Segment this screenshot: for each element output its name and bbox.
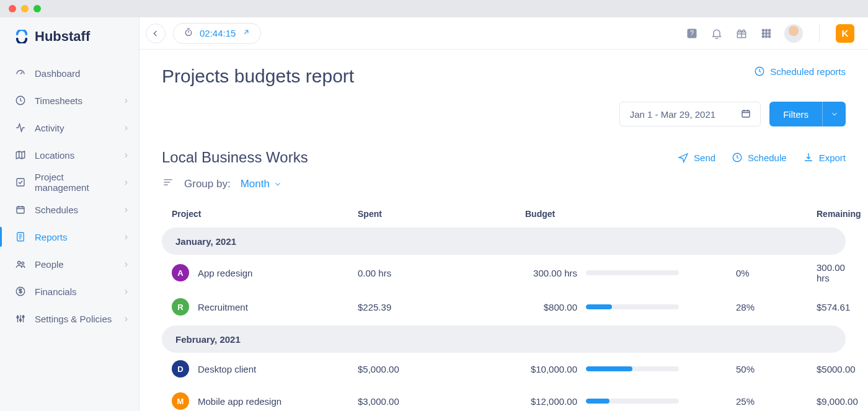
scheduled-reports-label: Scheduled reports	[770, 66, 846, 77]
sidebar-item-activity[interactable]: Activity›	[0, 114, 139, 141]
hubstaff-logo-icon	[15, 30, 29, 43]
spent-value: 0.00 hrs	[358, 268, 525, 278]
chevron-right-icon: ›	[125, 122, 128, 133]
col-remaining: Remaining	[817, 209, 861, 219]
apps-grid-icon[interactable]	[760, 27, 773, 40]
clock-icon	[15, 95, 26, 106]
sidebar-item-reports[interactable]: Reports›	[0, 223, 139, 250]
table-row[interactable]: MMobile app redesign$3,000.00$12,000.002…	[162, 385, 846, 411]
scheduled-reports-link[interactable]: Scheduled reports	[754, 66, 846, 77]
sidebar-item-financials[interactable]: Financials›	[0, 278, 139, 305]
percent-value: 0%	[736, 268, 817, 278]
sidebar-item-schedules[interactable]: Schedules›	[0, 196, 139, 223]
filters-label: Filters	[783, 109, 808, 120]
export-label: Export	[819, 152, 846, 163]
list-icon[interactable]	[162, 176, 174, 192]
send-label: Send	[694, 152, 715, 163]
calendar-icon	[15, 204, 26, 215]
svg-point-21	[765, 35, 767, 37]
window-close-icon[interactable]	[9, 5, 16, 12]
help-icon[interactable]: ?	[685, 27, 699, 40]
filters-button[interactable]: Filters	[769, 102, 846, 126]
progress-bar	[586, 366, 679, 371]
project-avatar: M	[172, 392, 189, 410]
section-title: Local Business Works	[162, 149, 308, 166]
sidebar-item-label: Locations	[35, 150, 74, 161]
window-maximize-icon[interactable]	[33, 5, 41, 12]
progress-bar	[586, 304, 679, 309]
sidebar-item-label: Activity	[35, 123, 64, 133]
group-by-value: Month	[241, 178, 270, 190]
svg-rect-1	[17, 179, 24, 186]
svg-point-18	[765, 32, 767, 34]
svg-point-16	[768, 29, 770, 31]
topbar-icons: ? K	[685, 24, 854, 43]
sidebar-item-people[interactable]: People›	[0, 250, 139, 278]
sidebar-item-label: People	[35, 259, 64, 270]
window-titlebar	[0, 0, 868, 17]
svg-point-5	[22, 262, 24, 265]
svg-rect-2	[17, 207, 24, 214]
brand-logo[interactable]: Hubstaff	[0, 26, 139, 56]
sidebar-item-project-management[interactable]: Project management›	[0, 169, 139, 196]
project-name: App redesign	[198, 268, 252, 278]
timer-value: 02:44:15	[200, 28, 236, 38]
svg-point-4	[18, 262, 21, 265]
spent-value: $225.39	[358, 302, 525, 312]
date-range-label: Jan 1 - Mar 29, 2021	[630, 109, 715, 120]
sidebar-item-dashboard[interactable]: Dashboard	[0, 60, 139, 87]
calendar-icon	[740, 108, 751, 121]
budget-value: 300.00 hrs	[525, 268, 577, 278]
chevron-right-icon: ›	[125, 204, 128, 215]
schedule-button[interactable]: Schedule	[732, 152, 787, 163]
chevron-right-icon: ›	[125, 231, 128, 242]
brand-name: Hubstaff	[35, 29, 90, 45]
table-row[interactable]: DDesktop client$5,000.00$10,000.0050%$50…	[162, 353, 846, 385]
chevron-right-icon: ›	[125, 286, 128, 297]
budget-value: $800.00	[525, 302, 577, 312]
svg-point-14	[762, 29, 764, 31]
workspace-switcher[interactable]: K	[836, 24, 854, 43]
sidebar: Hubstaff DashboardTimesheets›Activity›Lo…	[0, 17, 140, 411]
sidebar-item-label: Financials	[35, 286, 77, 297]
project-avatar: A	[172, 264, 189, 281]
content: Projects budgets report Scheduled report…	[140, 50, 868, 411]
send-button[interactable]: Send	[678, 152, 715, 163]
sidebar-item-timesheets[interactable]: Timesheets›	[0, 87, 139, 114]
svg-point-17	[762, 32, 764, 34]
table-row[interactable]: RRecruitment$225.39$800.0028%$574.61	[162, 291, 846, 323]
window-minimize-icon[interactable]	[21, 5, 29, 12]
back-button[interactable]	[146, 24, 166, 43]
percent-value: 50%	[736, 364, 817, 374]
progress-bar	[586, 270, 679, 275]
timer-pill[interactable]: 02:44:15	[173, 23, 261, 44]
group-header[interactable]: February, 2021	[162, 325, 846, 353]
table-header: Project Spent Budget Remaining	[162, 203, 846, 225]
map-icon	[15, 149, 26, 161]
sidebar-item-label: Schedules	[35, 205, 78, 215]
svg-rect-24	[742, 110, 750, 117]
svg-point-19	[768, 32, 770, 34]
sidebar-item-label: Reports	[35, 232, 68, 242]
checkbox-icon	[15, 177, 26, 188]
export-button[interactable]: Export	[803, 152, 846, 163]
col-project: Project	[172, 209, 358, 219]
file-icon	[15, 231, 26, 242]
gift-icon[interactable]	[735, 27, 748, 40]
sidebar-item-locations[interactable]: Locations›	[0, 141, 139, 169]
table-row[interactable]: AApp redesign0.00 hrs300.00 hrs0%300.00 …	[162, 255, 846, 291]
bell-icon[interactable]	[710, 27, 724, 40]
group-header[interactable]: January, 2021	[162, 228, 846, 255]
col-budget: Budget	[525, 209, 736, 219]
svg-point-20	[762, 35, 764, 37]
sidebar-item-settings-policies[interactable]: Settings & Policies›	[0, 305, 139, 332]
svg-point-15	[765, 29, 767, 31]
stopwatch-icon	[184, 27, 193, 39]
user-avatar[interactable]	[784, 24, 803, 43]
remaining-value: $574.61	[817, 302, 850, 312]
project-name: Mobile app redesign	[198, 396, 281, 407]
date-range-picker[interactable]: Jan 1 - Mar 29, 2021	[619, 102, 761, 126]
group-by-select[interactable]: Month	[241, 178, 282, 190]
sidebar-item-label: Settings & Policies	[35, 314, 112, 324]
progress-bar	[586, 399, 679, 404]
